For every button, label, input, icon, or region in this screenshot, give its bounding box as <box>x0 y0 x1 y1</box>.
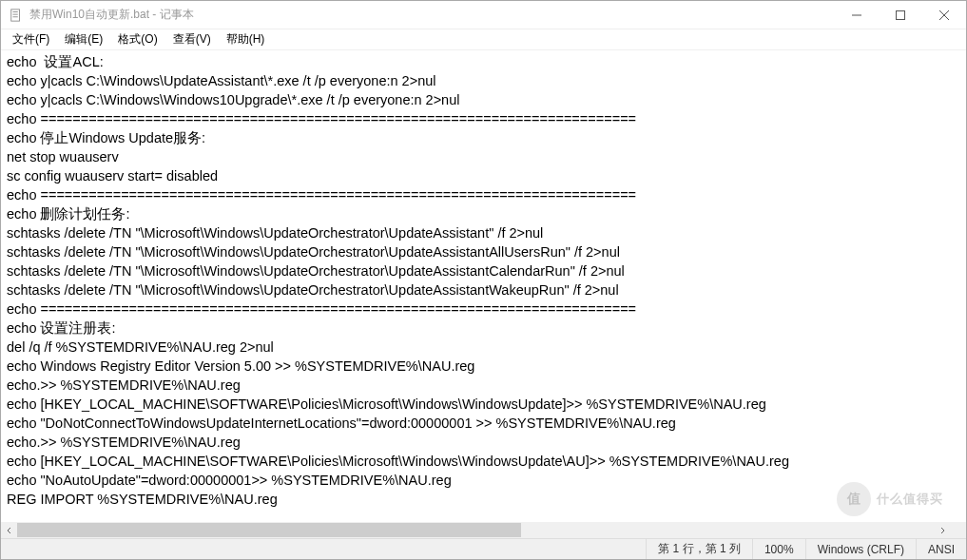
status-position: 第 1 行，第 1 列 <box>646 539 752 559</box>
text-line: schtasks /delete /TN "\Microsoft\Windows… <box>7 261 960 280</box>
text-line: echo.>> %SYSTEMDRIVE%\NAU.reg <box>7 376 960 395</box>
text-line: echo y|cacls C:\Windows\UpdateAssistant\… <box>7 71 960 90</box>
text-line: echo [HKEY_LOCAL_MACHINE\SOFTWARE\Polici… <box>7 452 960 471</box>
text-line: echo ===================================… <box>7 299 960 319</box>
text-line: schtasks /delete /TN "\Microsoft\Windows… <box>7 280 960 299</box>
menu-help[interactable]: 帮助(H) <box>219 29 273 49</box>
text-line: echo "DoNotConnectToWindowsUpdateInterne… <box>7 414 960 433</box>
text-line: schtasks /delete /TN "\Microsoft\Windows… <box>7 223 960 242</box>
text-line: REG IMPORT %SYSTEMDRIVE%\NAU.reg <box>7 490 960 509</box>
text-line: schtasks /delete /TN "\Microsoft\Windows… <box>7 242 960 261</box>
text-line: echo ===================================… <box>7 109 960 128</box>
text-line: echo 删除计划任务: <box>7 204 960 223</box>
editor-wrap: echo 设置ACL:echo y|cacls C:\Windows\Updat… <box>1 50 966 538</box>
window-title: 禁用Win10自动更新.bat - 记事本 <box>29 7 194 23</box>
text-line: echo 设置注册表: <box>7 319 960 338</box>
text-line: echo "NoAutoUpdate"=dword:00000001>> %SY… <box>7 471 960 490</box>
text-line: echo 停止Windows Update服务: <box>7 128 960 147</box>
scroll-track[interactable] <box>17 522 934 538</box>
text-line: sc config wuauserv start= disabled <box>7 166 960 185</box>
svg-rect-0 <box>11 9 20 20</box>
status-encoding: ANSI <box>916 539 966 559</box>
menu-view[interactable]: 查看(V) <box>165 29 219 49</box>
text-line: del /q /f %SYSTEMDRIVE%\NAU.reg 2>nul <box>7 338 960 357</box>
text-line: echo y|cacls C:\Windows\Windows10Upgrade… <box>7 90 960 109</box>
status-zoom: 100% <box>752 539 805 559</box>
text-editor[interactable]: echo 设置ACL:echo y|cacls C:\Windows\Updat… <box>1 50 966 522</box>
text-line: echo Windows Registry Editor Version 5.0… <box>7 357 960 376</box>
text-line: echo [HKEY_LOCAL_MACHINE\SOFTWARE\Polici… <box>7 395 960 414</box>
scroll-right-icon[interactable] <box>934 522 950 538</box>
text-line: echo ===================================… <box>7 185 960 204</box>
scroll-thumb[interactable] <box>17 523 521 537</box>
text-line: echo 设置ACL: <box>7 52 960 71</box>
menu-file[interactable]: 文件(F) <box>5 29 57 49</box>
svg-rect-5 <box>897 10 905 19</box>
minimize-button[interactable] <box>835 1 879 29</box>
status-line-ending: Windows (CRLF) <box>805 539 916 559</box>
horizontal-scrollbar[interactable] <box>1 522 950 538</box>
menubar: 文件(F) 编辑(E) 格式(O) 查看(V) 帮助(H) <box>1 29 966 50</box>
menu-edit[interactable]: 编辑(E) <box>57 29 110 49</box>
statusbar: 第 1 行，第 1 列 100% Windows (CRLF) ANSI <box>1 538 966 559</box>
titlebar: 禁用Win10自动更新.bat - 记事本 <box>1 1 966 29</box>
scroll-left-icon[interactable] <box>1 522 17 538</box>
menu-format[interactable]: 格式(O) <box>110 29 164 49</box>
text-line: net stop wuauserv <box>7 147 960 166</box>
text-line: echo.>> %SYSTEMDRIVE%\NAU.reg <box>7 433 960 452</box>
scroll-corner <box>950 522 966 538</box>
close-button[interactable] <box>922 1 966 29</box>
maximize-button[interactable] <box>879 1 922 29</box>
app-icon <box>9 8 24 23</box>
